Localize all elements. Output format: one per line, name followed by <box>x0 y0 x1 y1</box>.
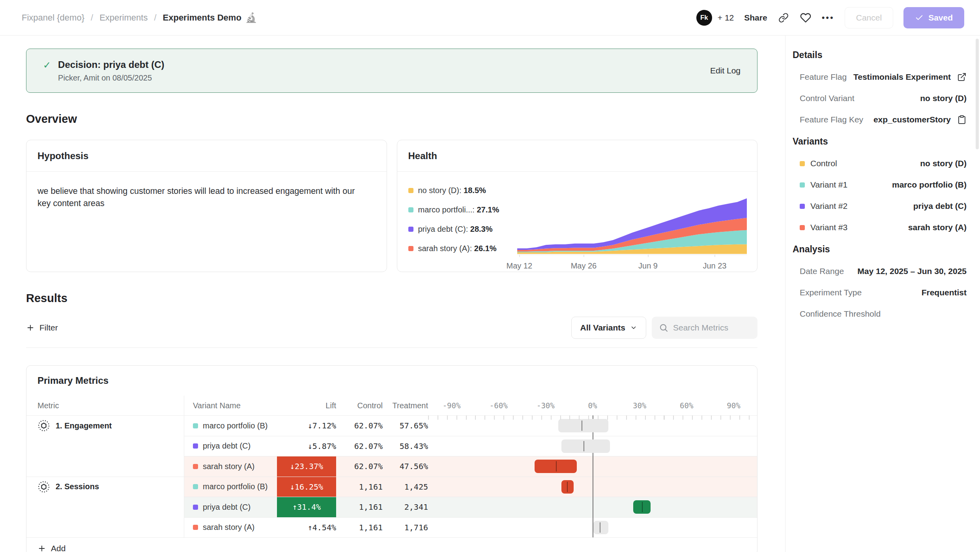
variant-row: Control no story (D) <box>793 159 967 168</box>
collaborators-count[interactable]: + 12 <box>718 13 734 23</box>
lift-value: ↑4.54% <box>277 518 336 538</box>
axis-tick-label: -30% <box>537 401 555 410</box>
ci-mean-tick <box>582 421 582 431</box>
saved-button-label: Saved <box>928 13 953 23</box>
variant-name: sarah story (A) <box>908 223 967 232</box>
variants-dropdown-label: All Variants <box>580 323 625 332</box>
col-treatment: Treatment <box>383 401 428 410</box>
control-value: 1,161 <box>336 497 383 517</box>
decision-check-icon: ✓ <box>43 59 51 83</box>
favorite-heart-icon[interactable] <box>800 12 812 24</box>
ci-mean-tick <box>600 522 600 533</box>
health-title: Health <box>408 150 437 161</box>
confidence-interval-bar <box>558 419 608 432</box>
breadcrumb-project[interactable]: Fixpanel {demo} <box>22 13 84 23</box>
share-button[interactable]: Share <box>744 13 767 23</box>
primary-metrics-card: Primary Metrics Metric Variant Name Lift… <box>26 365 757 552</box>
variant-color-chip <box>800 182 805 188</box>
variant-name: marco portfolio (B) <box>203 482 268 491</box>
col-metric: Metric <box>26 396 184 415</box>
sidebar-row-value: exp_customerStory <box>873 115 951 124</box>
x-axis-label: Jun 9 <box>638 261 658 270</box>
decision-title: Decision: priya debt (C) <box>58 59 164 70</box>
variant-color-chip <box>193 484 198 489</box>
treatment-value: 58.43% <box>383 436 428 456</box>
variant-slot-label: Variant #1 <box>810 180 847 190</box>
avatar[interactable]: Fk <box>696 10 712 26</box>
health-chart: May 12May 26Jun 9Jun 23 <box>516 172 757 272</box>
lift-value: ↑31.4% <box>277 497 336 517</box>
variant-name: priya debt (C) <box>913 201 967 211</box>
metric-name: 1. Engagement <box>56 421 112 430</box>
legend-label: priya debt (C): <box>418 225 468 233</box>
legend-item: no story (D): 18.5% <box>408 186 516 195</box>
copy-icon[interactable] <box>957 115 967 124</box>
ci-mean-tick <box>642 502 643 512</box>
variant-name: marco portfolio (B) <box>892 180 967 190</box>
variants-dropdown[interactable]: All Variants <box>571 317 646 339</box>
cancel-button[interactable]: Cancel <box>845 7 893 28</box>
variant-color-chip <box>193 525 198 530</box>
scrollbar[interactable] <box>976 39 979 149</box>
add-metric-button[interactable]: Add <box>26 537 757 552</box>
legend-color-chip <box>408 227 413 232</box>
x-axis-label: May 26 <box>571 261 597 270</box>
axis-tick-label: -90% <box>443 401 461 410</box>
lift-value: ↓5.87% <box>277 436 336 456</box>
legend-value: 18.5% <box>464 186 486 195</box>
lift-value: ↓7.12% <box>277 416 336 436</box>
table-row[interactable]: sarah story (A) ↑4.54% 1,161 1,716 <box>26 517 757 538</box>
chevron-down-icon <box>630 324 637 331</box>
sidebar-row-value: Testimonials Experiment <box>853 72 951 82</box>
legend-item: priya debt (C): 28.3% <box>408 225 516 234</box>
zero-baseline <box>593 415 593 537</box>
table-row[interactable]: 2. Sessions marco portfolio (B) ↓16.25% … <box>26 477 757 497</box>
x-axis-label: Jun 23 <box>703 261 726 270</box>
search-metrics-input[interactable] <box>673 323 748 332</box>
table-row[interactable]: priya debt (C) ↑31.4% 1,161 2,341 <box>26 497 757 517</box>
variant-row: Variant #3 sarah story (A) <box>793 223 967 232</box>
lift-value: ↓16.25% <box>277 477 336 497</box>
variant-name: no story (D) <box>920 159 967 168</box>
col-lift: Lift <box>277 401 336 410</box>
sidebar-row-value: May 12, 2025 – Jun 30, 2025 <box>857 267 967 276</box>
main-content: ✓ Decision: priya debt (C) Picker, Amit … <box>0 36 785 552</box>
confidence-interval-bar <box>535 460 577 473</box>
treatment-value: 47.56% <box>383 456 428 477</box>
metrics-search[interactable] <box>652 317 757 339</box>
breadcrumb-experiments[interactable]: Experiments <box>99 13 148 23</box>
top-header-bar: Fixpanel {demo} / Experiments / Experime… <box>0 0 980 36</box>
breadcrumb-separator: / <box>91 13 93 23</box>
x-axis-label: May 12 <box>507 261 533 270</box>
variant-color-chip <box>800 225 805 230</box>
legend-value: 27.1% <box>477 205 499 214</box>
variants-section-title: Variants <box>793 136 967 147</box>
confidence-interval-bar <box>633 500 651 514</box>
edit-log-button[interactable]: Edit Log <box>710 66 741 75</box>
axis-tick-label: -60% <box>490 401 508 410</box>
control-value: 62.07% <box>336 416 383 436</box>
confidence-interval-bar <box>561 480 574 494</box>
variant-color-chip <box>193 464 198 469</box>
page-title: Experiments Demo <box>163 13 241 23</box>
legend-value: 26.1% <box>474 244 497 253</box>
variant-row: Variant #1 marco portfolio (B) <box>793 180 967 190</box>
table-row[interactable]: sarah story (A) ↓23.37% 62.07% 47.56% <box>26 456 757 477</box>
copy-link-icon[interactable] <box>778 12 789 24</box>
add-filter-button[interactable]: Filter <box>26 323 58 332</box>
sidebar-row-label: Experiment Type <box>800 288 862 297</box>
saved-button[interactable]: Saved <box>903 7 964 28</box>
variant-color-chip <box>193 443 198 449</box>
metric-goal-icon <box>37 419 50 432</box>
external-link-icon[interactable] <box>957 72 967 82</box>
table-row[interactable]: priya debt (C) ↓5.87% 62.07% 58.43% <box>26 436 757 456</box>
sidebar-row: Confidence Threshold <box>793 309 967 319</box>
legend-color-chip <box>408 188 413 193</box>
more-options-button[interactable]: ••• <box>822 13 834 23</box>
plus-icon <box>37 544 46 552</box>
variant-color-chip <box>193 423 198 428</box>
decision-banner: ✓ Decision: priya debt (C) Picker, Amit … <box>26 49 757 93</box>
sidebar-row-label: Control Variant <box>800 94 855 103</box>
lift-value: ↓23.37% <box>277 456 336 477</box>
health-legend: no story (D): 18.5% marco portfoli...: 2… <box>397 172 516 272</box>
